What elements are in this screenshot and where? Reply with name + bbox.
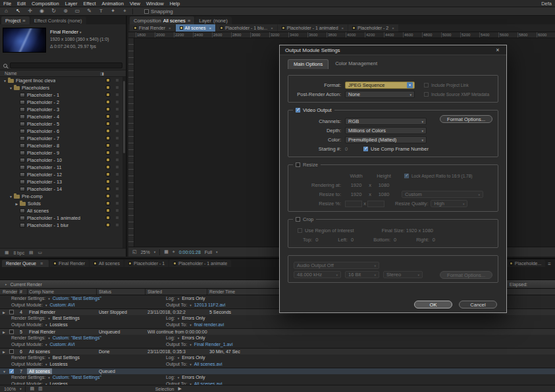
disclosure-icon[interactable]: ▼ bbox=[2, 79, 8, 83]
tab-main-options[interactable]: Main Options bbox=[288, 59, 329, 69]
column-name[interactable]: Name bbox=[5, 71, 17, 76]
disclosure-icon[interactable]: ▶ bbox=[14, 202, 20, 206]
detail-value[interactable]: Best Settings bbox=[53, 315, 80, 322]
dropdown-arrow-icon[interactable]: ▾ bbox=[48, 355, 50, 361]
dropdown-arrow-icon[interactable]: ▾ bbox=[48, 315, 50, 322]
menu-item-edit[interactable]: Edit bbox=[17, 1, 26, 7]
comp-tab-placeholder-1-blu[interactable]: Placeholder - 1 blu...× bbox=[216, 24, 277, 32]
dropdown-arrow-icon[interactable]: ▾ bbox=[48, 374, 50, 381]
menu-item-file[interactable]: File bbox=[3, 1, 11, 7]
tree-item-flagent-linoc-cleva[interactable]: ▼Flagent linoc cleva bbox=[0, 77, 126, 84]
workspace-label[interactable]: Defa bbox=[541, 1, 552, 7]
resolution-value[interactable]: Full bbox=[205, 250, 212, 255]
snapping-checkbox[interactable] bbox=[144, 9, 149, 14]
column-render[interactable]: Render bbox=[3, 289, 17, 294]
home-tool-icon[interactable]: ⌂ bbox=[3, 7, 9, 15]
label-color-chip[interactable] bbox=[106, 187, 110, 191]
panel-menu-icon[interactable]: ≡ bbox=[22, 18, 25, 24]
label-color-chip[interactable] bbox=[106, 100, 110, 104]
pen-tool-icon[interactable]: ✎ bbox=[86, 7, 92, 15]
tree-item-placeholder-8[interactable]: Placeholder - 8 bbox=[0, 142, 126, 149]
tree-item-placeholder-2[interactable]: Placeholder - 2 bbox=[0, 99, 126, 106]
selection-tool-icon[interactable]: ↖ bbox=[15, 7, 21, 15]
detail-value[interactable]: Custom: "Best Settings" bbox=[53, 335, 101, 341]
comp-tab-placeholder-1-animated[interactable]: Placeholder - 1 animated× bbox=[278, 24, 348, 32]
detail-value[interactable]: Lossless bbox=[49, 322, 67, 328]
dropdown-arrow-icon[interactable]: ▾ bbox=[190, 361, 192, 368]
detail-value[interactable]: Custom: AVI bbox=[49, 341, 74, 348]
detail-value[interactable]: Custom: "Best Settings" bbox=[53, 295, 101, 302]
grid-options-icon[interactable]: ▦ bbox=[164, 249, 169, 255]
dialog-titlebar[interactable]: Output Module Settings × bbox=[280, 45, 506, 55]
vertical-ruler[interactable] bbox=[128, 38, 134, 247]
column-render-time[interactable]: Render Time bbox=[209, 289, 235, 294]
label-color-chip[interactable] bbox=[106, 122, 110, 126]
tree-item-placeholder-1-blur[interactable]: Placeholder - 1 blur bbox=[0, 222, 126, 229]
tree-item-placeholder-11[interactable]: Placeholder - 11 bbox=[0, 164, 126, 171]
panel-menu-icon[interactable]: ≡ bbox=[188, 18, 190, 24]
menu-item-help[interactable]: Help bbox=[170, 1, 180, 7]
tree-item-placeholders[interactable]: ▼Placeholders bbox=[0, 84, 126, 91]
new-folder-icon[interactable]: ▤ bbox=[29, 250, 33, 255]
dropdown-arrow-icon[interactable]: ▾ bbox=[45, 322, 47, 328]
panel-tab-placeholder-1[interactable]: Placeholder - 1 bbox=[124, 260, 169, 267]
dropdown-arrow-icon[interactable]: ▾ bbox=[45, 302, 47, 308]
menu-item-window[interactable]: Window bbox=[146, 1, 164, 7]
label-color-chip[interactable] bbox=[106, 158, 110, 162]
render-checkbox[interactable] bbox=[9, 310, 14, 314]
detail-value[interactable]: Errors Only bbox=[182, 335, 205, 341]
label-color-chip[interactable] bbox=[106, 223, 110, 227]
label-color-chip[interactable] bbox=[106, 114, 110, 118]
tree-item-placeholder-1[interactable]: Placeholder - 1 bbox=[0, 91, 126, 99]
close-icon[interactable]: × bbox=[342, 26, 344, 30]
detail-value[interactable]: Errors Only bbox=[182, 374, 205, 381]
disclosure-icon[interactable]: ▼ bbox=[8, 86, 14, 90]
disclosure-icon[interactable]: ▼ bbox=[8, 195, 14, 199]
color-dropdown[interactable]: Premultiplied (Matted) ▾ bbox=[345, 136, 427, 143]
label-color-chip[interactable] bbox=[106, 208, 110, 212]
region-of-interest-icon[interactable]: ⌖ bbox=[172, 249, 175, 255]
orbit-tool-icon[interactable]: ↻ bbox=[51, 7, 57, 15]
label-color-chip[interactable] bbox=[106, 172, 110, 176]
horizontal-ruler[interactable]: 1800200022002400260028003000320034003600… bbox=[128, 32, 555, 38]
detail-value[interactable]: Lossless bbox=[49, 361, 67, 368]
clone-stamp-tool-icon[interactable]: ⌖ bbox=[122, 7, 128, 15]
tab-project[interactable]: Project ≡ bbox=[1, 16, 30, 24]
menu-item-layer[interactable]: Layer bbox=[65, 1, 78, 7]
column-started[interactable]: Started bbox=[147, 289, 162, 294]
comp-tab-placeholder-2[interactable]: Placeholder - 2× bbox=[348, 24, 398, 32]
render-checkbox[interactable] bbox=[9, 369, 14, 374]
resize-checkbox[interactable] bbox=[296, 162, 300, 167]
ok-button[interactable]: OK bbox=[414, 301, 452, 308]
snapping-toggle[interactable]: Snapping bbox=[144, 9, 173, 14]
label-color-chip[interactable] bbox=[106, 151, 110, 155]
dropdown-arrow-icon[interactable]: ▾ bbox=[48, 295, 50, 302]
panel-tab-final-render[interactable]: Final Render bbox=[49, 260, 89, 267]
label-color-chip[interactable] bbox=[106, 201, 110, 205]
dropdown-arrow-icon[interactable]: ▾ bbox=[45, 341, 47, 348]
format-options-button[interactable]: Format Options... bbox=[440, 115, 492, 123]
render-queue-item-6[interactable]: ▶6All scenesDone23/11/2018, 0:35:330 Min… bbox=[0, 348, 555, 355]
panel-tab-placeholde[interactable]: Placeholde... bbox=[506, 260, 545, 267]
label-color-chip[interactable] bbox=[106, 143, 110, 147]
pan-behind-tool-icon[interactable]: ⊕ bbox=[63, 7, 68, 15]
play-icon[interactable]: ▶ bbox=[178, 386, 181, 391]
render-checkbox[interactable] bbox=[9, 330, 14, 334]
brush-tool-icon[interactable]: ✦ bbox=[110, 7, 116, 15]
detail-value[interactable]: All scenes.avi bbox=[194, 361, 223, 368]
column-number[interactable]: # bbox=[20, 289, 22, 294]
comp-name-row[interactable]: Final Render ▾ bbox=[50, 28, 109, 36]
menu-item-effect[interactable]: Effect bbox=[83, 1, 95, 7]
label-color-chip[interactable] bbox=[106, 107, 110, 111]
hand-tool-icon[interactable]: ✛ bbox=[27, 7, 33, 15]
column-comp-name[interactable]: Comp Name bbox=[29, 289, 54, 294]
menu-item-view[interactable]: View bbox=[130, 1, 140, 7]
column-status[interactable]: Status bbox=[99, 289, 111, 294]
tree-item-placeholder-1-animated[interactable]: Placeholder - 1 animated bbox=[0, 214, 126, 222]
trash-icon[interactable]: ▭ bbox=[38, 250, 41, 255]
tree-item-placeholder-5[interactable]: Placeholder - 5 bbox=[0, 120, 126, 128]
draft-3d-icon[interactable]: ▤ bbox=[30, 386, 34, 391]
timeline-zoom-value[interactable]: 100% bbox=[4, 387, 16, 391]
disclosure-icon[interactable]: ▸ bbox=[5, 282, 7, 286]
close-icon[interactable]: × bbox=[209, 26, 212, 30]
